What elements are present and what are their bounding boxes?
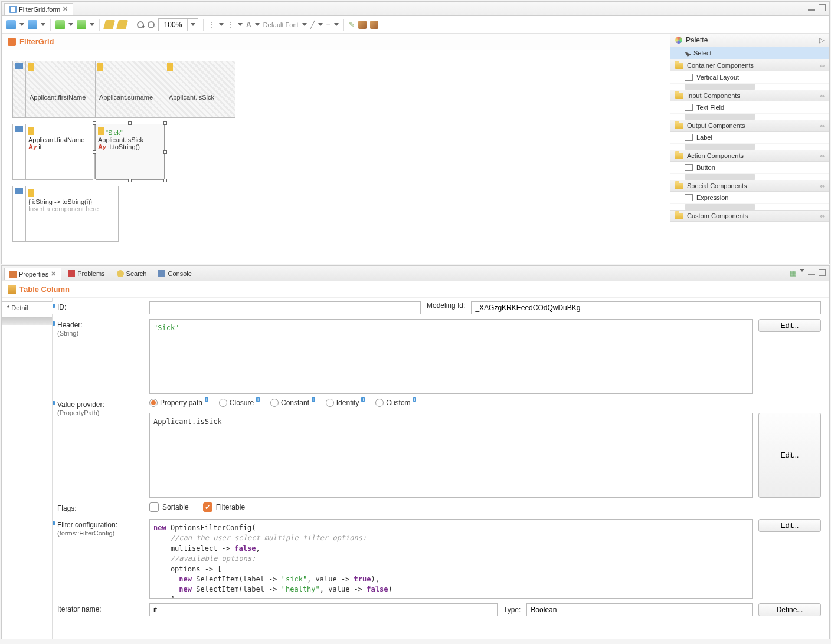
brush1-icon[interactable] bbox=[358, 21, 367, 29]
brush2-icon[interactable] bbox=[370, 21, 378, 29]
eyedropper-icon[interactable]: ✎ bbox=[349, 21, 355, 29]
dash-style-icon[interactable]: − bbox=[326, 21, 331, 29]
line-style-icon[interactable]: ╱ bbox=[310, 21, 315, 29]
palette-group-header[interactable]: Special Components⇔ bbox=[670, 180, 829, 192]
value-provider-path-field[interactable]: Applicant.isSick bbox=[149, 413, 753, 498]
pin-icon[interactable]: ⇔ bbox=[820, 63, 825, 69]
palette-item[interactable]: Expression bbox=[670, 192, 829, 204]
close-icon[interactable]: ✕ bbox=[63, 5, 68, 13]
tab-search[interactable]: Search bbox=[112, 268, 152, 280]
zoom-input[interactable] bbox=[159, 19, 187, 30]
palette-select-tool[interactable]: Select bbox=[670, 47, 829, 60]
chevron-down-icon[interactable] bbox=[19, 23, 24, 26]
pin-icon[interactable]: ⇔ bbox=[820, 153, 825, 159]
table-column-header[interactable]: Applicant.isSick bbox=[165, 61, 235, 117]
editor-tab-filtergrid[interactable]: FilterGrid.form ✕ bbox=[4, 3, 73, 15]
view-menu-dropdown[interactable] bbox=[800, 269, 804, 272]
tab-problems[interactable]: Problems bbox=[63, 268, 110, 280]
selection-handle[interactable] bbox=[93, 179, 96, 182]
palette-group-header[interactable]: Input Components⇔ bbox=[670, 90, 829, 101]
footer-cell[interactable]: { i:String -> toString(i)} Insert a comp… bbox=[25, 186, 119, 242]
selection-handle[interactable] bbox=[163, 179, 167, 182]
properties-title: Table Column bbox=[19, 285, 70, 294]
palette-item[interactable]: Vertical Layout bbox=[670, 71, 829, 84]
edit-filter-config-button[interactable]: Edit... bbox=[758, 519, 821, 532]
chevron-down-icon[interactable] bbox=[238, 23, 243, 26]
value-provider-radio-constant[interactable]: Constanti bbox=[270, 399, 315, 407]
iterator-name-field[interactable] bbox=[149, 603, 498, 616]
id-field[interactable] bbox=[149, 301, 421, 314]
sortable-checkbox[interactable]: Sortable bbox=[149, 502, 189, 512]
table-column-header[interactable]: Applicant.firstName bbox=[26, 61, 96, 117]
selection-handle[interactable] bbox=[93, 150, 96, 154]
maximize-button[interactable] bbox=[819, 269, 826, 276]
pin-icon[interactable]: ⇔ bbox=[820, 93, 825, 99]
selection-handle[interactable] bbox=[128, 179, 132, 182]
value-provider-radio-custom[interactable]: Customi bbox=[375, 399, 416, 407]
value-provider-radio-identity[interactable]: Identityi bbox=[326, 399, 365, 407]
modeling-id-field[interactable] bbox=[471, 301, 821, 314]
add1-dropdown-icon[interactable] bbox=[55, 20, 65, 29]
detail-tab[interactable]: * Detail bbox=[2, 301, 53, 314]
grid-header[interactable]: Applicant.firstName Applicant.surname Ap… bbox=[12, 61, 235, 118]
value-provider-radio-closure[interactable]: Closurei bbox=[219, 399, 260, 407]
palette-item[interactable]: Text Field bbox=[670, 101, 829, 114]
palette-group-header[interactable]: Output Components⇔ bbox=[670, 120, 829, 132]
pin-icon[interactable]: ⇔ bbox=[820, 183, 825, 189]
define-iterator-button[interactable]: Define... bbox=[758, 603, 821, 616]
palette-item[interactable]: Button bbox=[670, 162, 829, 174]
add2-dropdown-icon[interactable] bbox=[77, 20, 86, 29]
redo-icon[interactable] bbox=[116, 20, 128, 29]
minimize-button[interactable] bbox=[808, 269, 815, 276]
zoom-out-icon[interactable] bbox=[148, 21, 155, 28]
align-dropdown[interactable]: ⋮ bbox=[208, 21, 215, 29]
edit-value-provider-button[interactable]: Edit... bbox=[758, 413, 821, 498]
pin-icon[interactable]: ⇔ bbox=[820, 213, 825, 219]
label-iterator: Iterator name: bbox=[56, 603, 146, 616]
close-icon[interactable]: ✕ bbox=[51, 270, 56, 278]
value-provider-radio-property-path[interactable]: Property pathi bbox=[149, 399, 208, 407]
chevron-down-icon[interactable] bbox=[219, 23, 224, 26]
chevron-down-icon[interactable] bbox=[68, 23, 73, 26]
chevron-down-icon[interactable] bbox=[255, 23, 260, 26]
selection-handle[interactable] bbox=[128, 121, 132, 125]
header-expression-field[interactable]: "Sick" bbox=[149, 319, 753, 394]
chevron-down-icon[interactable] bbox=[90, 23, 94, 26]
tab-properties[interactable]: Properties ✕ bbox=[4, 268, 61, 280]
zoom-in-icon[interactable] bbox=[137, 21, 144, 28]
palette-item[interactable]: Label bbox=[670, 132, 829, 144]
design-canvas[interactable]: FilterGrid Applicant.firstName Applicant… bbox=[2, 34, 670, 264]
layout-dropdown-icon[interactable] bbox=[6, 20, 16, 29]
undo-icon[interactable] bbox=[103, 20, 115, 29]
chevron-down-icon[interactable] bbox=[41, 23, 45, 26]
table-cell[interactable]: Applicant.firstName Ay it bbox=[25, 124, 95, 180]
new-view-icon[interactable]: ▦ bbox=[790, 269, 796, 277]
table-column-header[interactable]: Applicant.surname bbox=[96, 61, 165, 117]
palette-group-header[interactable]: Custom Components⇔ bbox=[670, 210, 829, 222]
palette-group-header[interactable]: Action Components⇔ bbox=[670, 150, 829, 162]
filterable-checkbox[interactable]: ✓Filterable bbox=[203, 502, 245, 512]
align2-dropdown[interactable]: ⋮ bbox=[227, 21, 234, 29]
chevron-down-icon[interactable] bbox=[302, 23, 307, 26]
chevron-right-icon[interactable]: ▷ bbox=[819, 36, 825, 44]
zoom-combo[interactable] bbox=[158, 18, 198, 31]
edit-header-button[interactable]: Edit... bbox=[758, 319, 821, 332]
separator bbox=[99, 19, 100, 31]
filter-config-code-field[interactable]: new OptionsFilterConfig( //can the user … bbox=[149, 519, 753, 599]
layout2-dropdown-icon[interactable] bbox=[28, 20, 37, 29]
palette-group-header[interactable]: Container Components⇔ bbox=[670, 60, 829, 71]
minimize-button[interactable] bbox=[808, 4, 815, 11]
maximize-button[interactable] bbox=[819, 4, 826, 11]
table-cell-selected[interactable]: "Sick" Applicant.isSick Ay it.toString() bbox=[95, 124, 165, 180]
iterator-type-field[interactable] bbox=[526, 603, 753, 616]
chevron-down-icon[interactable] bbox=[334, 23, 339, 26]
zoom-dropdown[interactable] bbox=[187, 19, 198, 31]
font-selector[interactable]: Default Font bbox=[263, 21, 299, 28]
pin-icon[interactable]: ⇔ bbox=[820, 123, 825, 129]
selection-handle[interactable] bbox=[163, 150, 167, 154]
selection-handle[interactable] bbox=[163, 121, 167, 125]
text-A-icon[interactable]: A bbox=[246, 21, 251, 29]
selection-handle[interactable] bbox=[93, 121, 96, 125]
chevron-down-icon[interactable] bbox=[318, 23, 323, 26]
tab-console[interactable]: Console bbox=[153, 268, 197, 280]
